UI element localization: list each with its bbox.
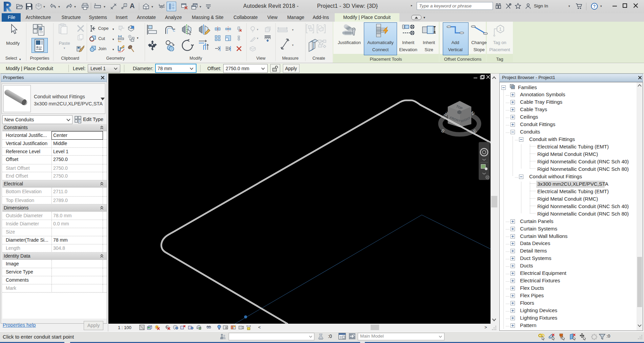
svg-text:1: 1 bbox=[125, 4, 126, 6]
svg-text:1: 1 bbox=[499, 26, 502, 32]
svg-text:?: ? bbox=[593, 4, 596, 9]
